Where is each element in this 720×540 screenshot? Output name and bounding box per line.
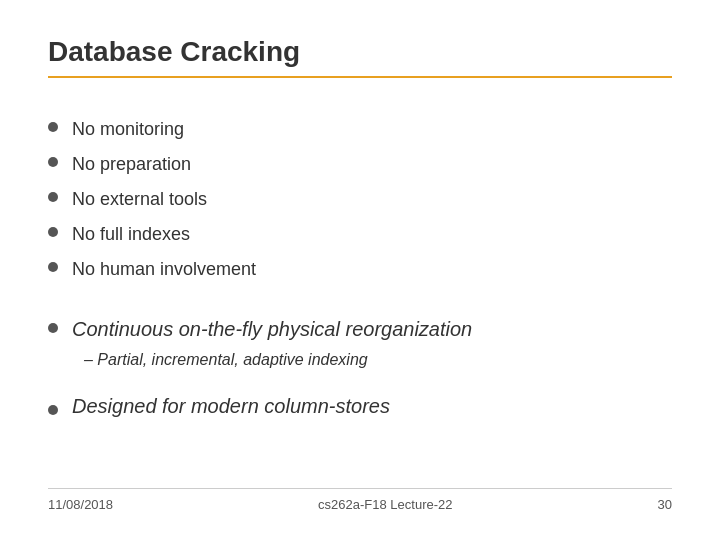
slide: Database Cracking No monitoringNo prepar… [0, 0, 720, 540]
continuous-text: Continuous on-the-fly physical reorganiz… [72, 315, 472, 343]
list-item-text: No full indexes [72, 221, 190, 248]
list-item: No preparation [48, 151, 672, 178]
list-item: No human involvement [48, 256, 672, 283]
bullet-dot [48, 323, 58, 333]
designed-item: Designed for modern column-stores [48, 395, 672, 418]
title-underline [48, 76, 672, 78]
footer-date: 11/08/2018 [48, 497, 113, 512]
continuous-item: Continuous on-the-fly physical reorganiz… [48, 315, 672, 343]
list-item: No external tools [48, 186, 672, 213]
content-area: No monitoringNo preparationNo external t… [48, 116, 672, 488]
bullet-dot [48, 157, 58, 167]
bullet-dot [48, 262, 58, 272]
list-item-text: No external tools [72, 186, 207, 213]
list-item: No full indexes [48, 221, 672, 248]
designed-text: Designed for modern column-stores [72, 395, 390, 418]
bullet-dot [48, 192, 58, 202]
bullet-list: No monitoringNo preparationNo external t… [48, 116, 672, 291]
footer-course: cs262a-F18 Lecture-22 [318, 497, 452, 512]
footer-page: 30 [658, 497, 672, 512]
title-area: Database Cracking [48, 36, 672, 98]
bullet-dot-designed [48, 405, 58, 415]
bullet-dot [48, 122, 58, 132]
sub-bullet: – Partial, incremental, adaptive indexin… [84, 349, 672, 371]
list-item: No monitoring [48, 116, 672, 143]
sub-bullet-text: – Partial, incremental, adaptive indexin… [84, 351, 368, 368]
slide-title: Database Cracking [48, 36, 672, 68]
list-item-text: No human involvement [72, 256, 256, 283]
footer: 11/08/2018 cs262a-F18 Lecture-22 30 [48, 488, 672, 512]
list-item-text: No monitoring [72, 116, 184, 143]
list-item-text: No preparation [72, 151, 191, 178]
bullet-dot [48, 227, 58, 237]
